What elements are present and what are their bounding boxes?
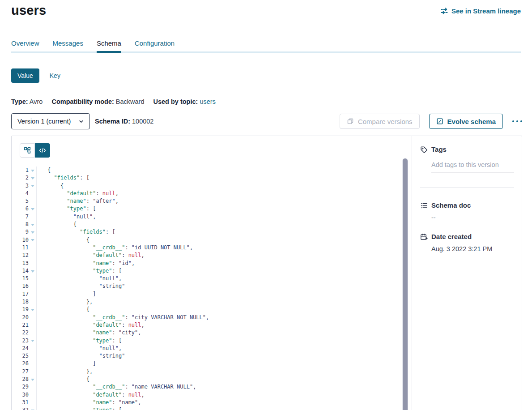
tab-schema[interactable]: Schema [97,39,121,53]
code-icon [39,147,46,154]
code-line: 24 "null", [12,345,401,352]
fold-toggle-icon[interactable] [29,337,36,345]
code-line: 12 "default": null, [12,252,401,259]
fold-toggle-icon[interactable] [29,182,36,190]
fold-toggle-icon[interactable] [29,167,36,174]
line-number: 25 [12,352,29,360]
gutter: 32 [12,406,37,410]
evolve-schema-button[interactable]: Evolve schema [429,114,503,129]
line-number: 27 [12,368,29,376]
tags-input[interactable] [431,161,514,172]
page-title: users [11,3,46,18]
code-text: "type": [ [37,267,122,275]
list-icon [420,202,428,209]
fold-toggle-icon[interactable] [29,406,36,410]
fold-spacer [29,244,36,252]
code-line: 27 }, [12,368,401,376]
code-line: 9 "fields": [ [12,228,401,236]
fold-spacer [29,391,36,399]
gutter: 13 [12,260,37,267]
gutter: 28 [12,376,37,383]
gutter: 11 [12,244,37,252]
code-line: 25 "string" [12,352,401,360]
fold-toggle-icon[interactable] [29,205,36,213]
fold-toggle-icon[interactable] [29,228,36,236]
fold-spacer [29,329,36,337]
gutter: 6 [12,205,37,213]
line-number: 9 [12,228,29,236]
gutter: 3 [12,182,37,190]
schema-id-value: 100002 [132,118,153,125]
line-number: 5 [12,197,29,205]
gutter: 1 [12,167,37,174]
line-number: 14 [12,267,29,275]
schema-doc-title: Schema doc [431,201,471,209]
line-number: 12 [12,252,29,259]
code-text: { [37,221,77,228]
code-text: { [37,182,64,190]
code-line: 5 "name": "after", [12,197,401,205]
key-toggle-button[interactable]: Key [50,72,60,79]
code-text: { [37,376,89,383]
code-text: "name": "id", [37,260,135,267]
date-created-section: Date created Aug. 3 2022 3:21 PM [420,233,514,252]
line-number: 16 [12,282,29,290]
gutter: 20 [12,314,37,321]
gutter: 23 [12,337,37,345]
tag-icon [420,146,428,154]
line-number: 26 [12,360,29,367]
line-number: 24 [12,345,29,352]
code-line: 4 "default": null, [12,190,401,197]
code-text: "__crdb__": "city VARCHAR NOT NULL", [37,314,209,321]
scrollbar-thumb[interactable] [403,158,408,410]
tree-view-button[interactable] [20,143,35,158]
compare-versions-button[interactable]: Compare versions [340,114,420,129]
schema-doc-value: -- [431,214,514,221]
line-number: 31 [12,399,29,406]
tags-title: Tags [431,145,447,153]
code-line: 10 { [12,236,401,244]
code-line: 13 "name": "id", [12,260,401,267]
value-key-toggle: Value Key [11,68,60,83]
fold-spacer [29,399,36,406]
topic-link[interactable]: users [200,98,215,105]
line-number: 17 [12,290,29,298]
fold-toggle-icon[interactable] [29,236,36,244]
line-number: 11 [12,244,29,252]
tab-track [11,51,521,53]
fold-toggle-icon[interactable] [29,306,36,313]
tab-configuration[interactable]: Configuration [135,39,174,51]
fold-toggle-icon[interactable] [29,174,36,182]
fold-spacer [29,290,36,298]
fold-toggle-icon[interactable] [29,221,36,228]
version-controls-row: Version 1 (current) Schema ID: 100002 Co… [11,113,524,129]
more-actions-button[interactable] [511,118,524,125]
editor-scrollbar[interactable] [402,158,408,410]
code-text: "fields": [ [37,174,89,182]
tab-messages[interactable]: Messages [53,39,83,51]
code-text: "type": [ [37,406,122,410]
tab-overview[interactable]: Overview [11,39,39,51]
code-view-button[interactable] [35,143,50,158]
version-select[interactable]: Version 1 (current) [11,113,90,129]
gutter: 26 [12,360,37,367]
code-line: 17 ] [12,290,401,298]
sidebar: Tags Schema doc -- [412,136,522,410]
schema-doc-section: Schema doc -- [420,201,514,221]
value-toggle-button[interactable]: Value [11,68,39,83]
schema-meta-row: Type: Avro Compatibility mode: Backward … [11,98,225,105]
schema-tree-icon [24,147,31,154]
fold-toggle-icon[interactable] [29,376,36,383]
stream-lineage-link[interactable]: See in Stream lineage [441,7,521,15]
code-text: "null", [37,275,122,282]
fold-spacer [29,298,36,306]
gutter: 10 [12,236,37,244]
fold-spacer [29,360,36,367]
code-text: }, [37,298,93,306]
code-editor[interactable]: 1{2 "fields": [3 {4 "default": null,5 "n… [12,167,401,410]
code-line: 8 { [12,221,401,228]
fold-spacer [29,213,36,221]
code-line: 6 "type": [ [12,205,401,213]
code-line: 11 "__crdb__": "id UUID NOT NULL", [12,244,401,252]
fold-toggle-icon[interactable] [29,267,36,275]
